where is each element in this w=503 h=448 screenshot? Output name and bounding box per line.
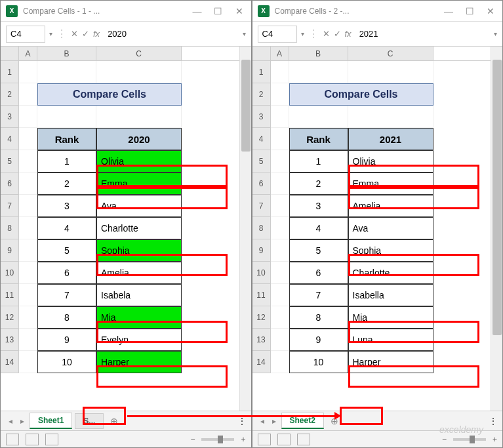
cell[interactable] (19, 329, 37, 351)
rank-cell[interactable]: 2 (37, 173, 96, 195)
zoom-slider[interactable] (453, 438, 486, 441)
name-cell[interactable]: Mia (96, 306, 182, 329)
name-cell[interactable]: Mia (348, 306, 433, 329)
row-header[interactable]: 14 (252, 351, 271, 373)
tab-nav-left-icon[interactable]: ◂ (6, 417, 15, 426)
name-cell[interactable]: Olivia (348, 150, 433, 173)
row-header[interactable]: 7 (1, 195, 19, 217)
row-header[interactable]: 2 (1, 83, 19, 106)
row-header[interactable]: 13 (1, 329, 19, 351)
cell[interactable] (271, 306, 289, 329)
cancel-icon[interactable]: ✕ (71, 29, 78, 39)
header-year[interactable]: 2021 (348, 128, 433, 150)
col-header-b[interactable]: B (37, 47, 96, 60)
header-rank[interactable]: Rank (37, 128, 96, 150)
name-cell[interactable]: Charlotte (96, 217, 182, 239)
row-header[interactable]: 1 (252, 61, 271, 83)
row-header[interactable]: 5 (1, 150, 19, 173)
name-cell[interactable]: Emma (348, 173, 433, 195)
zoom-in-button[interactable]: + (493, 435, 497, 444)
rank-cell[interactable]: 10 (37, 351, 96, 373)
row-header[interactable]: 12 (252, 306, 271, 329)
cell[interactable] (19, 150, 37, 173)
scroll-thumb[interactable] (493, 60, 502, 335)
row-header[interactable]: 14 (1, 351, 19, 373)
cell[interactable] (271, 262, 289, 284)
row-header[interactable]: 13 (252, 329, 271, 351)
name-box-dropdown-icon[interactable]: ▾ (49, 30, 52, 37)
rank-cell[interactable]: 5 (37, 239, 96, 262)
cell[interactable] (19, 173, 37, 195)
cell[interactable] (289, 61, 348, 83)
cell[interactable] (271, 284, 289, 306)
cell[interactable] (271, 150, 289, 173)
sheet-tab-active[interactable]: Sheet1 (30, 413, 72, 429)
select-all-corner[interactable] (252, 47, 271, 60)
row-header[interactable]: 3 (252, 106, 271, 128)
rank-cell[interactable]: 7 (37, 284, 96, 306)
rank-cell[interactable]: 9 (289, 329, 348, 351)
header-rank[interactable]: Rank (289, 128, 348, 150)
cancel-icon[interactable]: ✕ (323, 29, 330, 39)
row-header[interactable]: 10 (252, 262, 271, 284)
rank-cell[interactable]: 9 (37, 329, 96, 351)
select-all-corner[interactable] (1, 47, 19, 60)
col-header-c[interactable]: C (96, 47, 182, 60)
row-header[interactable]: 12 (1, 306, 19, 329)
name-box[interactable] (6, 26, 45, 43)
row-header[interactable]: 2 (252, 83, 271, 106)
zoom-out-button[interactable]: − (190, 435, 195, 444)
zoom-slider[interactable] (201, 438, 234, 441)
row-header[interactable]: 7 (252, 195, 271, 217)
name-cell[interactable]: Isabella (348, 284, 433, 306)
row-header[interactable]: 10 (1, 262, 19, 284)
maximize-button[interactable]: ☐ (463, 6, 476, 16)
zoom-in-button[interactable]: + (241, 435, 245, 444)
view-layout-button[interactable] (277, 434, 291, 445)
rank-cell[interactable]: 3 (289, 195, 348, 217)
cell[interactable] (19, 262, 37, 284)
cell[interactable] (348, 106, 433, 128)
cell[interactable] (96, 61, 182, 83)
formula-input[interactable]: 2020 (104, 29, 238, 39)
view-normal-button[interactable] (258, 434, 271, 445)
cell[interactable] (271, 83, 289, 106)
vertical-scrollbar[interactable] (239, 47, 251, 411)
zoom-handle[interactable] (218, 436, 223, 443)
name-cell[interactable]: Sophia (96, 239, 182, 262)
cell[interactable] (37, 61, 96, 83)
close-button[interactable]: ✕ (233, 6, 246, 16)
zoom-handle[interactable] (470, 436, 475, 443)
rank-cell[interactable]: 6 (289, 262, 348, 284)
rank-cell[interactable]: 1 (289, 150, 348, 173)
rank-cell[interactable]: 6 (37, 262, 96, 284)
rank-cell[interactable]: 1 (37, 150, 96, 173)
tab-nav-left-icon[interactable]: ◂ (258, 417, 267, 426)
col-header-c[interactable]: C (348, 47, 433, 60)
name-cell[interactable]: Evelyn (96, 329, 182, 351)
rank-cell[interactable]: 4 (289, 217, 348, 239)
name-cell[interactable]: Olivia (96, 150, 182, 173)
cell[interactable] (289, 106, 348, 128)
cell[interactable] (19, 195, 37, 217)
cell[interactable] (19, 239, 37, 262)
header-year[interactable]: 2020 (96, 128, 182, 150)
cell[interactable] (37, 106, 96, 128)
cell[interactable] (271, 128, 289, 150)
enter-icon[interactable]: ✓ (334, 29, 341, 39)
scroll-thumb[interactable] (241, 60, 251, 152)
minimize-button[interactable]: — (442, 6, 455, 16)
name-box-dropdown-icon[interactable]: ▾ (301, 30, 304, 37)
row-header[interactable]: 9 (252, 239, 271, 262)
maximize-button[interactable]: ☐ (212, 6, 225, 16)
cell[interactable] (271, 351, 289, 373)
row-header[interactable]: 11 (1, 284, 19, 306)
name-cell[interactable]: Isabela (96, 284, 182, 306)
zoom-out-button[interactable]: − (442, 435, 447, 444)
col-header-a[interactable]: A (271, 47, 289, 60)
cell[interactable] (271, 173, 289, 195)
name-cell[interactable]: Harper (348, 351, 433, 373)
row-header[interactable]: 4 (252, 128, 271, 150)
row-header[interactable]: 5 (252, 150, 271, 173)
cell[interactable] (19, 128, 37, 150)
